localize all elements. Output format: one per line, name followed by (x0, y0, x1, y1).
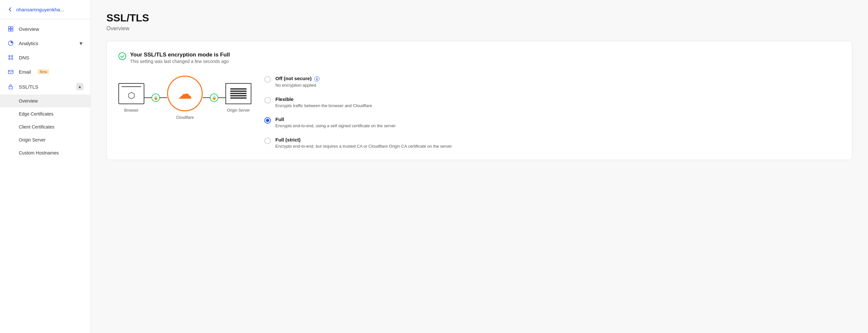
enc-flexible-description: Encrypts traffic between the browser and… (275, 102, 372, 109)
chevron-down-icon: ▼ (79, 40, 83, 46)
lock-icon (7, 84, 14, 90)
status-sub-message: This setting was last changed a few seco… (130, 59, 230, 64)
cloudflare-circle: ☁ (167, 75, 203, 111)
diagram-wrapper: ⬡ Browser 🔒 ☁ Cloudflare (118, 75, 251, 120)
server-label: Origin Server (227, 108, 250, 113)
enc-full-label: Full (275, 117, 396, 122)
radio-off[interactable] (265, 76, 271, 83)
email-icon (7, 69, 14, 74)
server-line-1 (230, 88, 247, 90)
analytics-icon (7, 40, 14, 46)
server-line-3 (230, 93, 247, 94)
svg-rect-2 (8, 29, 10, 31)
main-content: SSL/TLS Overview Your SSL/TLS encryption… (91, 0, 868, 333)
overview-label: Overview (19, 26, 39, 32)
radio-full-circle (265, 117, 271, 124)
server-node: Origin Server (225, 83, 251, 113)
page-subtitle: Overview (106, 25, 852, 32)
browser-box-icon: ⬡ (128, 91, 135, 101)
connector-right: 🔒 (203, 97, 225, 98)
check-icon (118, 52, 126, 60)
status-text: Your SSL/TLS encryption mode is Full Thi… (130, 52, 230, 64)
grid-icon (7, 26, 14, 32)
browser-box: ⬡ (118, 83, 144, 104)
enc-off-description: No encryption applied (275, 82, 319, 89)
left-lock-icon: 🔒 (152, 93, 160, 102)
enc-full-description: Encrypts end-to-end, using a self signed… (275, 123, 396, 129)
radio-full-strict-circle (265, 138, 271, 144)
encryption-options: Off (not secure) ℹ No encryption applied… (265, 75, 452, 149)
beta-badge: Beta (38, 69, 50, 74)
enc-full-strict-text: Full (strict) Encrypts end-to-end, but r… (275, 137, 452, 150)
enc-full-strict-description: Encrypts end-to-end, but requires a trus… (275, 143, 452, 150)
right-lock-icon: 🔒 (210, 93, 218, 102)
enc-flexible-text: Flexible Encrypts traffic between the br… (275, 96, 372, 109)
enc-off-label: Off (not secure) ℹ (275, 75, 319, 82)
scroll-up-button[interactable]: ▲ (76, 83, 83, 90)
back-arrow-icon (7, 6, 13, 12)
status-banner: Your SSL/TLS encryption mode is Full Thi… (118, 52, 840, 64)
sidebar-nav: Overview Analytics ▼ (0, 19, 91, 162)
ssl-submenu: Overview Edge Certificates Client Certif… (0, 94, 91, 159)
svg-point-8 (12, 58, 13, 60)
enc-full-text: Full Encrypts end-to-end, using a self s… (275, 117, 396, 129)
radio-flexible[interactable] (265, 97, 271, 103)
submenu-item-overview[interactable]: Overview (0, 94, 91, 108)
network-diagram: ⬡ Browser 🔒 ☁ Cloudflare (118, 75, 251, 129)
sidebar-item-ssl-tls[interactable]: SSL/TLS ▲ (0, 79, 91, 94)
sidebar-item-dns[interactable]: DNS (0, 50, 91, 65)
server-line-4 (230, 95, 247, 96)
browser-node: ⬡ Browser (118, 83, 144, 113)
sidebar-item-analytics[interactable]: Analytics ▼ (0, 36, 91, 50)
submenu-item-custom-hostnames[interactable]: Custom Hostnames (0, 146, 91, 159)
diagram-options: ⬡ Browser 🔒 ☁ Cloudflare (118, 75, 840, 149)
server-box (225, 83, 251, 104)
submenu-item-edge-certificates[interactable]: Edge Certificates (0, 108, 91, 120)
svg-rect-3 (11, 29, 13, 31)
ssl-overview-card: Your SSL/TLS encryption mode is Full Thi… (106, 41, 852, 160)
enc-full-strict-label: Full (strict) (275, 137, 452, 143)
radio-off-circle (265, 76, 271, 83)
back-button[interactable]: nhansamnguyenkha... (0, 0, 91, 19)
svg-point-7 (9, 58, 10, 60)
submenu-item-origin-server[interactable]: Origin Server (0, 133, 91, 146)
enc-option-flexible[interactable]: Flexible Encrypts traffic between the br… (265, 96, 452, 109)
radio-full-strict[interactable] (265, 138, 271, 144)
svg-point-6 (12, 56, 13, 57)
cloudflare-label: Cloudflare (176, 115, 194, 120)
email-label: Email (19, 69, 31, 74)
cloudflare-node: ☁ Cloudflare (167, 75, 203, 120)
dns-label: DNS (19, 55, 29, 60)
enc-option-full-strict[interactable]: Full (strict) Encrypts end-to-end, but r… (265, 137, 452, 150)
analytics-label: Analytics (19, 40, 38, 46)
server-line-2 (230, 91, 247, 92)
domain-label: nhansamnguyenkha... (16, 7, 64, 12)
svg-rect-1 (11, 27, 13, 29)
page-title: SSL/TLS (106, 12, 852, 24)
sidebar: nhansamnguyenkha... Overview (0, 0, 91, 333)
info-icon-off[interactable]: ℹ (314, 76, 319, 82)
svg-rect-14 (9, 86, 13, 89)
server-lines (230, 88, 247, 99)
svg-point-5 (9, 56, 10, 57)
radio-full[interactable] (265, 117, 271, 124)
cloudflare-cloud-icon: ☁ (178, 85, 192, 102)
enc-option-off[interactable]: Off (not secure) ℹ No encryption applied (265, 75, 452, 89)
status-message: Your SSL/TLS encryption mode is Full (130, 52, 230, 58)
browser-label: Browser (124, 108, 138, 113)
server-line-5 (230, 97, 247, 99)
enc-option-full[interactable]: Full Encrypts end-to-end, using a self s… (265, 117, 452, 129)
dns-icon (7, 55, 14, 60)
enc-off-text: Off (not secure) ℹ No encryption applied (275, 75, 319, 89)
svg-rect-0 (8, 27, 10, 29)
connector-left: 🔒 (144, 97, 167, 98)
radio-flexible-circle (265, 97, 271, 103)
enc-flexible-label: Flexible (275, 96, 372, 102)
sidebar-item-overview[interactable]: Overview (0, 22, 91, 36)
sidebar-item-email[interactable]: Email Beta (0, 65, 91, 79)
ssl-tls-label: SSL/TLS (19, 84, 38, 90)
submenu-item-client-certificates[interactable]: Client Certificates (0, 120, 91, 133)
